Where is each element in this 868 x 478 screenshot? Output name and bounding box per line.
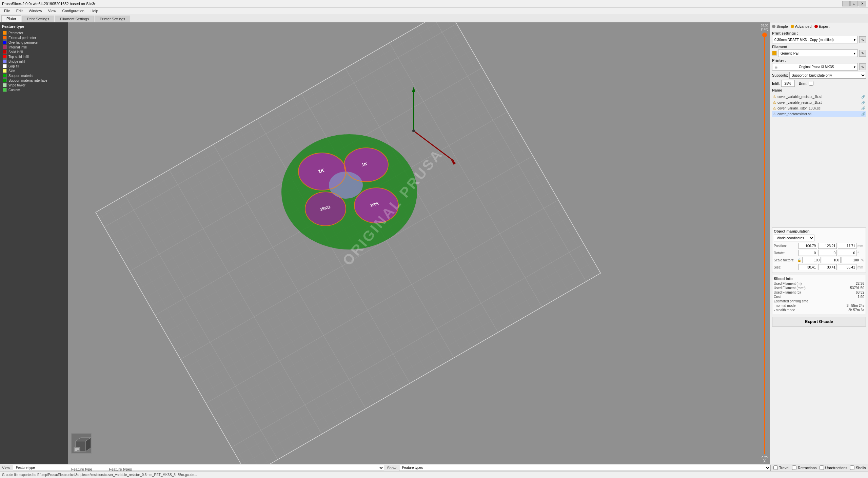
bottom-feature-types-label: Feature types	[109, 467, 132, 471]
coord-system-select[interactable]: World coordinates Instance coordinates	[774, 235, 814, 241]
perimeter-label: Perimeter	[8, 31, 23, 35]
tab-filament-settings[interactable]: Filament Settings	[55, 16, 94, 22]
position-y[interactable]	[818, 243, 837, 249]
custom-label: Custom	[8, 88, 20, 92]
filament-edit-btn[interactable]: ✎	[859, 50, 866, 57]
filament-g-value: 68.32	[856, 291, 864, 294]
filament-select[interactable]: Generic PET ▾	[778, 49, 858, 57]
retractions-group: Retractions	[792, 465, 817, 470]
position-z[interactable]	[838, 243, 856, 249]
internal-infill-label: Internal infill	[8, 45, 26, 49]
feature-solid-infill[interactable]: Solid infill	[2, 49, 66, 54]
name-item-0-link-icon[interactable]: 🔗	[861, 95, 865, 99]
feature-external-perimeter[interactable]: External perimeter	[2, 35, 66, 40]
print-settings-edit-btn[interactable]: ✎	[859, 36, 866, 43]
mode-simple[interactable]: Simple	[772, 24, 788, 28]
name-item-3-link-icon[interactable]: 🔗	[861, 112, 865, 116]
mode-advanced[interactable]: Advanced	[791, 24, 812, 28]
printer-select[interactable]: 🖨 Original Prusa i3 MK3S ▾	[772, 63, 858, 71]
printer-row: 🖨 Original Prusa i3 MK3S ▾ ✎	[772, 63, 866, 71]
feature-top-solid-infill[interactable]: Top solid infill	[2, 54, 66, 59]
feature-gap-fill[interactable]: Gap fill	[2, 64, 66, 68]
infill-input[interactable]	[781, 80, 795, 87]
name-item-0[interactable]: ⚠ cover_variable_resistor_1k.stl 🔗	[772, 94, 866, 100]
layer-handle[interactable]	[762, 33, 767, 37]
menu-configuration[interactable]: Configuration	[59, 8, 87, 14]
rotate-y[interactable]	[818, 250, 837, 256]
svg-rect-26	[75, 449, 79, 450]
rotate-x[interactable]	[798, 250, 817, 256]
name-item-3[interactable]: ⚠ cover_photoresistor.stl 🔗	[772, 111, 866, 117]
export-gcode-button[interactable]: Export G-code	[772, 317, 866, 326]
tab-print-settings[interactable]: Print Settings	[22, 16, 54, 22]
menu-edit[interactable]: Edit	[14, 8, 25, 14]
internal-infill-color	[3, 45, 7, 49]
feature-type-select[interactable]: Feature type	[13, 465, 384, 471]
size-y[interactable]	[818, 264, 837, 270]
bottom-feature-type-label: Feature type	[71, 467, 92, 471]
position-x[interactable]	[798, 243, 817, 249]
view-label: View	[2, 466, 10, 470]
mode-expert[interactable]: Expert	[814, 24, 830, 28]
menu-help[interactable]: Help	[88, 8, 101, 14]
print-settings-select[interactable]: 0.30mm DRAFT MK3 - Copy (modified) ▾	[772, 36, 858, 43]
tab-plater[interactable]: Plater	[1, 15, 21, 22]
name-item-1[interactable]: ⚠ cover_variable_resistor_1k.stl 🔗	[772, 100, 866, 105]
supports-select[interactable]: Support on build plate only None Everywh…	[789, 72, 866, 79]
shells-checkbox[interactable]	[850, 465, 854, 470]
maximize-button[interactable]: □	[850, 1, 858, 6]
feature-overhang-perimeter[interactable]: Overhang perimeter	[2, 40, 66, 45]
feature-custom[interactable]: Custom	[2, 87, 66, 92]
titlebar-title: PrusaSlicer-2.0.0+win64-201905201652 bas…	[2, 2, 96, 6]
feature-bridge-infill[interactable]: Bridge infill	[2, 59, 66, 64]
size-x[interactable]	[798, 264, 817, 270]
menu-file[interactable]: File	[1, 8, 13, 14]
titlebar: PrusaSlicer-2.0.0+win64-201905201652 bas…	[0, 0, 868, 7]
cost-row: Cost 1.90	[774, 295, 864, 299]
minimize-button[interactable]: —	[842, 1, 850, 6]
feature-types-select[interactable]: Feature types	[399, 465, 771, 471]
name-item-2-link-icon[interactable]: 🔗	[861, 106, 865, 110]
layer-line[interactable]	[764, 33, 765, 454]
feature-support-material-interface[interactable]: Support material interface	[2, 78, 66, 83]
skirt-label: Skirt	[8, 69, 15, 73]
advanced-dot	[791, 25, 794, 28]
travel-checkbox[interactable]	[773, 465, 778, 470]
wipe-tower-label: Wipe tower	[8, 83, 25, 87]
menu-window[interactable]: Window	[26, 8, 45, 14]
scale-y[interactable]	[822, 257, 841, 263]
scale-z[interactable]	[842, 257, 860, 263]
sliced-info-title: Sliced Info	[774, 277, 864, 281]
printer-edit-btn[interactable]: ✎	[859, 63, 866, 70]
name-item-1-text: cover_variable_resistor_1k.stl	[777, 101, 822, 104]
printer-icon: 🖨	[774, 65, 778, 69]
name-item-1-link-icon[interactable]: 🔗	[861, 101, 865, 104]
lock-icon[interactable]: 🔒	[797, 258, 801, 262]
scale-x[interactable]	[802, 257, 821, 263]
unretractions-checkbox[interactable]	[820, 465, 824, 470]
name-item-2-text: cover_variabl...istor_100k.stl	[777, 106, 821, 110]
estimated-time-label: Estimated printing time	[774, 299, 808, 303]
viewport[interactable]: 1K 1K 100K 15KΩ ORIGINAL PRUSA	[68, 22, 770, 464]
layer-slider[interactable]: 35.30 (140) 0.20 (1)	[760, 22, 770, 464]
top-solid-infill-color	[3, 55, 7, 59]
feature-support-material[interactable]: Support material	[2, 73, 66, 78]
tab-printer-settings[interactable]: Printer Settings	[95, 16, 130, 22]
brim-checkbox[interactable]	[809, 81, 813, 86]
main-area: Feature type Perimeter External perimete…	[0, 22, 868, 464]
filament-mm3-label: Used Filament (mm³)	[774, 286, 806, 290]
view-cube[interactable]	[71, 433, 92, 454]
close-button[interactable]: ✕	[859, 1, 866, 6]
filament-color-swatch[interactable]	[772, 51, 777, 56]
feature-perimeter[interactable]: Perimeter	[2, 31, 66, 35]
feature-internal-infill[interactable]: Internal infill	[2, 45, 66, 49]
name-item-0-text: cover_variable_resistor_1k.stl	[777, 95, 822, 99]
feature-wipe-tower[interactable]: Wipe tower	[2, 83, 66, 87]
menu-view[interactable]: View	[45, 8, 59, 14]
size-z[interactable]	[838, 264, 856, 270]
retractions-checkbox[interactable]	[792, 465, 796, 470]
feature-skirt[interactable]: Skirt	[2, 68, 66, 73]
name-item-2[interactable]: ⚠ cover_variabl...istor_100k.stl 🔗	[772, 105, 866, 111]
rotate-z[interactable]	[838, 250, 856, 256]
size-label: Size:	[774, 265, 797, 269]
